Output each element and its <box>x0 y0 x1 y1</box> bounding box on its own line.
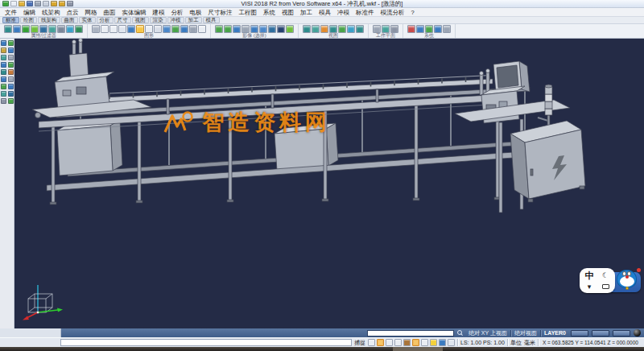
line-tool-icon[interactable] <box>1 47 6 53</box>
render-mode-sphere-icon[interactable] <box>634 329 641 337</box>
dynamic-rotate-icon[interactable] <box>127 25 135 33</box>
filter-wire-icon[interactable] <box>57 25 65 33</box>
redraw-icon[interactable] <box>92 25 100 33</box>
select-invert-icon[interactable] <box>268 25 276 33</box>
select-none-icon[interactable] <box>277 25 285 33</box>
ime-toolbox-icon[interactable]: ▾ <box>588 283 592 291</box>
snap-quadrant-icon[interactable] <box>421 339 428 346</box>
menu-item[interactable]: ? <box>408 8 418 17</box>
menu-item[interactable]: 文件 <box>2 8 20 17</box>
point-tool-icon[interactable] <box>8 40 14 46</box>
quick-view-button-2[interactable] <box>592 330 609 337</box>
command-input[interactable] <box>367 330 454 337</box>
select-tool-icon[interactable] <box>1 40 6 46</box>
zoom-previous-icon[interactable] <box>154 25 162 33</box>
snap-mid-icon[interactable] <box>386 339 393 346</box>
ucs-tool-icon[interactable] <box>1 98 6 104</box>
filter-point-icon[interactable] <box>66 25 74 33</box>
layers-icon[interactable] <box>163 25 171 33</box>
toolbar-tab[interactable]: 分析 <box>97 17 114 23</box>
view-status[interactable]: 绝对视图 <box>511 329 540 337</box>
toolbar-tab[interactable]: 视图 <box>132 17 149 23</box>
select-chain-icon[interactable] <box>224 25 232 33</box>
snap-intersection-icon[interactable] <box>403 339 411 346</box>
menu-item[interactable]: 建模 <box>150 8 168 17</box>
viewport-3d[interactable]: 智造资料网 中 <box>14 39 644 328</box>
menu-item[interactable]: 尺寸标注 <box>205 8 236 17</box>
system-settings-icon[interactable] <box>407 25 415 33</box>
filter-layer-icon[interactable] <box>75 25 83 33</box>
search-icon[interactable] <box>456 330 463 337</box>
surface-tool-icon[interactable] <box>8 55 14 60</box>
toolbar-tab[interactable]: 模具 <box>203 17 220 23</box>
menu-item[interactable]: 编辑 <box>20 8 39 17</box>
system-save-icon[interactable] <box>425 25 433 33</box>
trim-tool-icon[interactable] <box>8 62 14 68</box>
toolbar-tab[interactable]: 曲面 <box>61 17 78 23</box>
toolbar-tab[interactable]: 实体 <box>79 17 96 23</box>
circle-tool-icon[interactable] <box>8 47 14 53</box>
shading-icon[interactable] <box>118 25 126 33</box>
grid-tool-icon[interactable] <box>8 98 14 104</box>
refresh-icon[interactable] <box>198 25 206 33</box>
units-value[interactable]: 毫米 <box>524 339 535 347</box>
rotate-tool-icon[interactable] <box>1 76 6 82</box>
view-front-icon[interactable] <box>320 25 328 33</box>
snap-perpendicular-icon[interactable] <box>430 339 437 346</box>
menu-item[interactable]: 线架构 <box>39 8 64 17</box>
menu-item[interactable]: 网格 <box>82 8 101 17</box>
snap-point-icon[interactable] <box>377 339 384 346</box>
system-help-icon[interactable] <box>443 25 451 33</box>
keyboard-icon[interactable] <box>602 284 609 289</box>
menu-item[interactable]: 模流分析 <box>378 8 408 17</box>
doraemon-mascot[interactable] <box>616 269 638 291</box>
delete-tool-icon[interactable] <box>1 69 6 75</box>
menu-item[interactable]: 加工 <box>297 8 316 17</box>
menu-item[interactable]: 实体编辑 <box>119 8 150 17</box>
toolbar-tab[interactable]: 线架构 <box>38 17 60 23</box>
snap-center-icon[interactable] <box>394 339 402 346</box>
menu-item[interactable]: 点云 <box>64 8 82 17</box>
pan-icon[interactable] <box>145 25 153 33</box>
snap-free-icon[interactable] <box>368 339 375 346</box>
attr-line-icon[interactable] <box>13 25 21 33</box>
section-icon[interactable] <box>180 25 188 33</box>
select-layer-icon[interactable] <box>259 25 267 33</box>
toolbar-tab[interactable]: 绘图 <box>20 17 37 23</box>
view-previous-icon[interactable] <box>356 25 364 33</box>
system-options-icon[interactable] <box>416 25 424 33</box>
select-box-icon[interactable] <box>233 25 241 33</box>
workplane-reset-icon[interactable] <box>390 25 398 33</box>
group-tool-icon[interactable] <box>8 91 14 97</box>
background-icon[interactable] <box>189 25 197 33</box>
menu-item[interactable]: 曲面 <box>101 8 119 17</box>
move-tool-icon[interactable] <box>8 69 14 75</box>
highlight-icon[interactable] <box>136 25 144 33</box>
menu-item[interactable]: 分析 <box>168 8 187 17</box>
attr-color-icon[interactable] <box>4 25 12 33</box>
snap-rotate-icon[interactable] <box>439 339 446 346</box>
workplane-status[interactable]: 绝对 XY 上视图 <box>465 329 510 337</box>
ime-mode-indicator[interactable]: 中 <box>585 271 594 280</box>
workplane-set-icon[interactable] <box>373 25 381 33</box>
quick-view-button-1[interactable] <box>571 330 588 337</box>
view-top-icon[interactable] <box>312 25 320 33</box>
curve-tool-icon[interactable] <box>1 55 6 60</box>
layer-tool-icon[interactable] <box>1 91 6 97</box>
visibility-icon[interactable] <box>171 25 180 33</box>
moon-icon[interactable]: ☾ <box>602 271 609 279</box>
toolbar-tab[interactable]: 加工 <box>185 17 202 23</box>
menu-item[interactable]: 工程图 <box>236 8 261 17</box>
toolbar-tab[interactable]: 尺寸 <box>114 17 131 23</box>
menu-item[interactable]: 标准件 <box>353 8 378 17</box>
view-fit-icon[interactable] <box>347 25 355 33</box>
snap-grid-icon[interactable] <box>448 339 455 346</box>
workplane-view-icon[interactable] <box>382 25 390 33</box>
toolbar-tab[interactable]: 冲模 <box>167 17 184 23</box>
toolbar-tab[interactable]: 标准 <box>2 17 19 23</box>
view-right-icon[interactable] <box>329 25 337 33</box>
view-iso-icon[interactable] <box>303 25 311 33</box>
filter-all-icon[interactable] <box>22 25 30 33</box>
select-filter-icon[interactable] <box>286 25 294 33</box>
scale-tool-icon[interactable] <box>1 84 6 89</box>
